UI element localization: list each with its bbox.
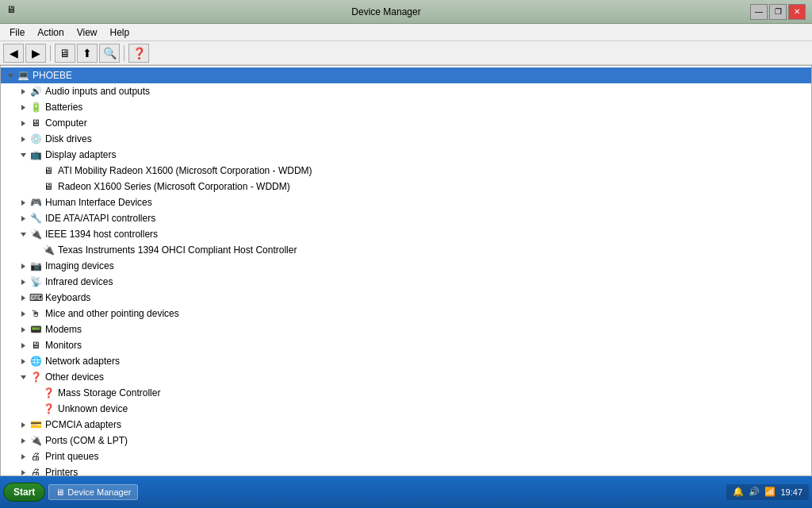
tree-item-audio[interactable]: 🔊Audio inputs and outputs [1, 83, 811, 99]
menu-action[interactable]: Action [31, 25, 70, 40]
taskbar: Start 🖥 Device Manager 🔔 🔊 📶 19:47 [0, 476, 812, 508]
expand-btn-printq[interactable] [17, 450, 29, 463]
svg-marker-17 [21, 422, 25, 428]
window-controls: — ❐ ✕ [750, 4, 806, 20]
expand-btn-ports[interactable] [17, 434, 29, 447]
device-label-mass: Mass Storage Controller [58, 387, 160, 398]
device-icon-unknown: ❓ [42, 402, 55, 415]
tree-item-infrared[interactable]: 📡Infrared devices [1, 274, 811, 290]
tree-item-ati[interactable]: 🖥ATI Mobility Radeon X1600 (Microsoft Co… [1, 163, 811, 179]
svg-marker-14 [21, 343, 25, 348]
update-driver-button[interactable]: ⬆ [77, 44, 98, 63]
tree-item-imaging[interactable]: 📷Imaging devices [1, 258, 811, 274]
tree-item-unknown[interactable]: ❓Unknown device [1, 401, 811, 417]
taskbar-app-devmgr[interactable]: 🖥 Device Manager [48, 484, 138, 500]
tree-item-printq[interactable]: 🖨Print queues [1, 448, 811, 464]
app-label: Device Manager [67, 487, 131, 497]
scan-button[interactable]: 🔍 [99, 44, 120, 63]
menu-view[interactable]: View [71, 25, 104, 40]
expand-btn-printers[interactable] [17, 466, 29, 476]
expand-btn-display[interactable] [17, 148, 29, 161]
tree-item-display[interactable]: 📺Display adapters [1, 147, 811, 163]
clock: 19:47 [780, 487, 802, 498]
device-icon-mass: ❓ [42, 387, 55, 399]
tree-item-phoebe[interactable]: 💻PHOEBE [1, 67, 811, 83]
svg-marker-16 [21, 375, 26, 379]
device-label-printq: Print queues [45, 451, 98, 462]
expand-btn-computer[interactable] [17, 117, 29, 129]
device-label-keyboards: Keyboards [45, 292, 90, 303]
device-icon-printers: 🖨 [29, 466, 42, 476]
tree-item-printers[interactable]: 🖨Printers [1, 464, 811, 476]
minimize-button[interactable]: — [750, 4, 768, 20]
device-label-mice: Mice and other pointing devices [45, 308, 179, 319]
title-text: Device Manager [22, 6, 750, 17]
device-icon-hid: 🎮 [29, 196, 42, 209]
svg-marker-0 [8, 74, 13, 78]
device-icon-ports: 🔌 [29, 434, 42, 447]
tree-item-modems[interactable]: 📟Modems [1, 321, 811, 337]
expand-btn-keyboards[interactable] [17, 291, 29, 304]
svg-marker-10 [21, 279, 25, 285]
expand-btn-ieee[interactable] [17, 228, 29, 241]
device-label-computer: Computer [45, 117, 87, 129]
help-button[interactable]: ❓ [128, 44, 149, 63]
svg-marker-4 [21, 137, 25, 142]
tree-item-computer[interactable]: 🖥Computer [1, 115, 811, 131]
device-label-ati: ATI Mobility Radeon X1600 (Microsoft Cor… [58, 165, 312, 176]
tree-item-mice[interactable]: 🖱Mice and other pointing devices [1, 306, 811, 321]
device-icon-ide: 🔧 [29, 212, 42, 225]
expand-btn-infrared[interactable] [17, 275, 29, 288]
svg-marker-6 [21, 200, 25, 206]
start-button[interactable]: Start [3, 483, 45, 502]
tree-item-texas[interactable]: 🔌Texas Instruments 1394 OHCI Compliant H… [1, 242, 811, 258]
device-icon-infrared: 📡 [29, 275, 42, 288]
tree-item-other[interactable]: ❓Other devices [1, 369, 811, 385]
tree-item-mass[interactable]: ❓Mass Storage Controller [1, 385, 811, 401]
tree-item-ide[interactable]: 🔧IDE ATA/ATAPI controllers [1, 210, 811, 226]
expand-btn-phoebe[interactable] [4, 69, 17, 82]
expand-btn-radeon [29, 180, 42, 193]
svg-marker-7 [21, 216, 25, 221]
tree-item-ports[interactable]: 🔌Ports (COM & LPT) [1, 433, 811, 448]
forward-button[interactable]: ▶ [25, 44, 46, 63]
device-icon-disk: 💿 [29, 133, 42, 145]
expand-btn-imaging[interactable] [17, 260, 29, 272]
expand-btn-mice[interactable] [17, 307, 29, 320]
device-label-infrared: Infrared devices [45, 276, 113, 287]
expand-btn-texas [29, 244, 42, 256]
properties-button[interactable]: 🖥 [55, 44, 75, 63]
tree-item-pcmcia[interactable]: 💳PCMCIA adapters [1, 417, 811, 433]
tree-item-radeon[interactable]: 🖥Radeon X1600 Series (Microsoft Corporat… [1, 179, 811, 194]
tree-item-monitors[interactable]: 🖥Monitors [1, 337, 811, 353]
tray-icon-3: 📶 [764, 487, 776, 497]
expand-btn-network[interactable] [17, 355, 29, 368]
app-icon-small: 🖥 [56, 487, 64, 497]
menu-help[interactable]: Help [104, 25, 136, 40]
expand-btn-disk[interactable] [17, 133, 29, 145]
restore-button[interactable]: ❐ [769, 4, 787, 20]
tree-item-ieee[interactable]: 🔌IEEE 1394 host controllers [1, 226, 811, 242]
tree-item-hid[interactable]: 🎮Human Interface Devices [1, 194, 811, 210]
tree-item-network[interactable]: 🌐Network adapters [1, 353, 811, 369]
svg-marker-8 [21, 233, 26, 237]
close-button[interactable]: ✕ [788, 4, 806, 20]
expand-btn-batteries[interactable] [17, 101, 29, 114]
device-label-radeon: Radeon X1600 Series (Microsoft Corporati… [58, 181, 290, 192]
tree-item-batteries[interactable]: 🔋Batteries [1, 99, 811, 115]
tree-item-disk[interactable]: 💿Disk drives [1, 131, 811, 147]
svg-marker-13 [21, 327, 25, 333]
expand-btn-hid[interactable] [17, 196, 29, 209]
menu-file[interactable]: File [3, 25, 31, 40]
svg-marker-20 [21, 470, 25, 475]
device-icon-other: ❓ [29, 371, 42, 383]
expand-btn-other[interactable] [17, 371, 29, 383]
expand-btn-monitors[interactable] [17, 339, 29, 352]
expand-btn-ide[interactable] [17, 212, 29, 225]
expand-btn-pcmcia[interactable] [17, 418, 29, 431]
menu-bar: File Action View Help [0, 24, 812, 41]
back-button[interactable]: ◀ [3, 44, 24, 63]
expand-btn-modems[interactable] [17, 323, 29, 336]
expand-btn-audio[interactable] [17, 85, 29, 98]
tree-item-keyboards[interactable]: ⌨Keyboards [1, 290, 811, 306]
